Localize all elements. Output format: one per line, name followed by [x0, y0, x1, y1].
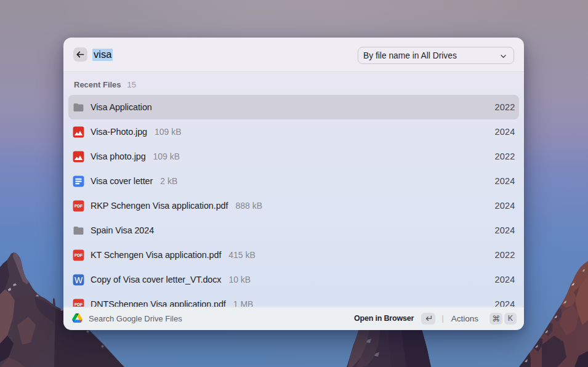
svg-text:PDF: PDF [75, 253, 83, 257]
svg-text:PDF: PDF [75, 302, 83, 307]
svg-text:W: W [75, 275, 83, 284]
svg-text:PDF: PDF [75, 204, 83, 208]
